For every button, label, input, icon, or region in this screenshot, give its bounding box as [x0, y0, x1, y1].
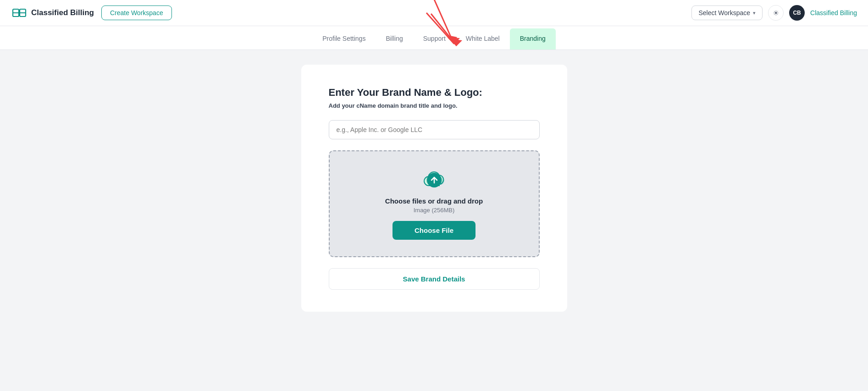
- theme-toggle-button[interactable]: ☀: [768, 5, 784, 21]
- logo-text: Classified Billing: [31, 8, 94, 17]
- chevron-down-icon: ▾: [753, 10, 756, 16]
- header-right: Select Workspace ▾ ☀ CB Classified Billi…: [691, 5, 857, 21]
- tab-profile-settings[interactable]: Profile Settings: [312, 28, 376, 50]
- tab-support[interactable]: Support: [413, 28, 456, 50]
- header-left: Classified Billing Create Workspace: [11, 5, 172, 21]
- avatar[interactable]: CB: [789, 5, 805, 21]
- tab-billing[interactable]: Billing: [376, 28, 413, 50]
- card-subtitle: Add your cName domain brand title and lo…: [329, 102, 540, 109]
- sun-icon: ☀: [773, 9, 779, 17]
- create-workspace-button[interactable]: Create Workspace: [101, 6, 172, 20]
- logo-area[interactable]: Classified Billing: [11, 5, 94, 21]
- tab-white-label[interactable]: White Label: [456, 28, 510, 50]
- cloud-upload-icon: [422, 168, 446, 192]
- upload-sub-text: Image (256MB): [414, 207, 455, 214]
- select-workspace-button[interactable]: Select Workspace ▾: [691, 6, 763, 20]
- brand-settings-card: Enter Your Brand Name & Logo: Add your c…: [301, 65, 567, 312]
- card-title: Enter Your Brand Name & Logo:: [329, 87, 540, 99]
- choose-file-button[interactable]: Choose File: [393, 221, 475, 240]
- tab-branding[interactable]: Branding: [510, 28, 556, 50]
- main-content: Enter Your Brand Name & Logo: Add your c…: [0, 50, 868, 326]
- header: Classified Billing Create Workspace Sele…: [0, 0, 868, 26]
- logo-icon: [11, 5, 28, 21]
- user-name[interactable]: Classified Billing: [810, 9, 857, 17]
- upload-drop-zone[interactable]: Choose files or drag and drop Image (256…: [329, 150, 540, 257]
- nav-tabs: Profile Settings Billing Support White L…: [0, 26, 868, 50]
- brand-name-input[interactable]: [329, 120, 540, 139]
- upload-main-text: Choose files or drag and drop: [385, 197, 483, 205]
- save-brand-details-button[interactable]: Save Brand Details: [329, 268, 540, 290]
